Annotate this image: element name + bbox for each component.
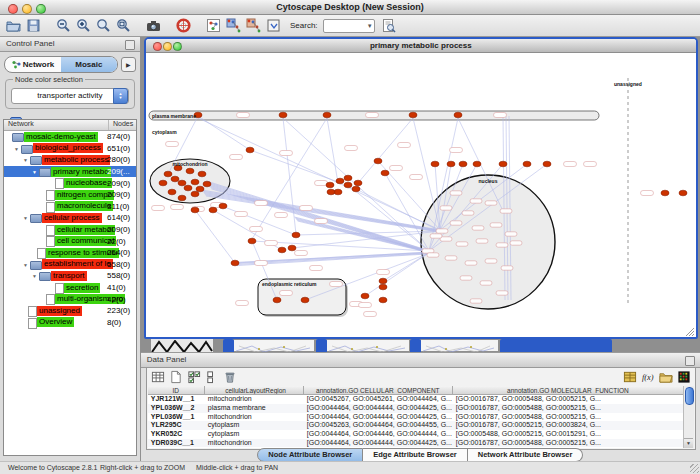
graph-node-label[interactable] bbox=[151, 206, 164, 211]
graph-node-label[interactable] bbox=[358, 303, 371, 308]
graph-node-label[interactable] bbox=[485, 259, 497, 263]
tree-row[interactable]: mosaic-demo-yeast874(0) bbox=[4, 131, 136, 143]
table-row[interactable]: YLR295Ccytoplasm[GO:0045263, GO:0044464,… bbox=[148, 421, 684, 430]
graph-node-label[interactable] bbox=[235, 301, 248, 306]
graph-node-red[interactable] bbox=[278, 247, 286, 253]
graph-node-red[interactable] bbox=[499, 161, 507, 167]
function-fx-icon[interactable]: f(x) bbox=[640, 370, 655, 384]
graph-node-label[interactable] bbox=[170, 205, 183, 210]
network-overview-icon[interactable] bbox=[204, 17, 222, 34]
table-column-header[interactable]: _cellularLayoutRegion bbox=[205, 386, 304, 395]
window-grow-icon[interactable] bbox=[686, 328, 694, 336]
graph-node-red[interactable] bbox=[168, 189, 176, 195]
table-row[interactable]: YJR121W__1mitochondrion[GO:0045267, GO:0… bbox=[148, 395, 684, 404]
tree-row[interactable]: ▼establishment of lo558(0) bbox=[4, 259, 136, 271]
graph-node-red[interactable] bbox=[374, 158, 382, 164]
tab-edge-attribute-browser[interactable]: Edge Attribute Browser bbox=[363, 448, 467, 462]
graph-node-red[interactable] bbox=[454, 112, 462, 118]
graph-node-red[interactable] bbox=[209, 207, 217, 213]
graph-node-label[interactable] bbox=[470, 299, 482, 303]
graph-node-label[interactable] bbox=[640, 191, 653, 196]
graph-node-label[interactable] bbox=[309, 266, 322, 271]
graph-node-red[interactable] bbox=[288, 245, 296, 251]
graph-node-red[interactable] bbox=[279, 112, 287, 118]
tree-row[interactable]: ▼transport558(0) bbox=[4, 270, 136, 282]
tree-row[interactable]: multi-organism pro42(0) bbox=[4, 293, 136, 305]
graph-node-label[interactable] bbox=[496, 243, 508, 247]
zoom-selected-icon[interactable] bbox=[94, 17, 112, 34]
graph-node-red[interactable] bbox=[191, 191, 199, 197]
tree-row[interactable]: ▼cellular process614(0) bbox=[4, 212, 136, 224]
graph-node-label[interactable] bbox=[329, 282, 342, 287]
graph-node-red[interactable] bbox=[191, 207, 199, 213]
graph-node-red[interactable] bbox=[336, 178, 344, 184]
graph-node-red[interactable] bbox=[231, 260, 239, 266]
graph-node-red[interactable] bbox=[246, 147, 254, 153]
tree-row[interactable]: Overview8(0) bbox=[4, 317, 136, 329]
graph-node-label[interactable] bbox=[460, 276, 472, 280]
network-maximize-button[interactable] bbox=[173, 42, 182, 51]
graph-node-label[interactable] bbox=[264, 241, 277, 246]
graph-node-red[interactable] bbox=[273, 297, 281, 303]
dropdown-stepper-icon[interactable]: ▲▼ bbox=[113, 88, 128, 104]
graph-node-label[interactable] bbox=[583, 162, 596, 167]
annotation-icon[interactable] bbox=[264, 17, 282, 34]
graph-node-red[interactable] bbox=[543, 161, 551, 167]
tree-row[interactable]: cell communicat22(0) bbox=[4, 235, 136, 247]
graph-node-label[interactable] bbox=[490, 223, 502, 227]
expand-arrow-icon[interactable]: ▼ bbox=[23, 215, 28, 221]
table-column-header[interactable]: annotation.GO MOLECULAR_FUNCTION bbox=[453, 386, 684, 395]
new-attribute-icon[interactable] bbox=[169, 370, 184, 384]
table-row[interactable]: YKR052Ccytoplasm[GO:0044464, GO:0044446,… bbox=[148, 430, 684, 439]
expand-arrow-icon[interactable]: ▼ bbox=[14, 146, 19, 152]
graph-node-red[interactable] bbox=[326, 182, 334, 188]
graph-node-red[interactable] bbox=[473, 161, 481, 167]
network-view-window[interactable]: primary metabolic process plasma membran… bbox=[144, 37, 698, 339]
graph-node-label[interactable] bbox=[450, 191, 462, 195]
graph-node-label[interactable] bbox=[279, 291, 292, 296]
tab-node-attribute-browser[interactable]: Node Attribute Browser bbox=[257, 448, 363, 462]
graph-node-label[interactable] bbox=[485, 201, 497, 205]
background-window-fragment[interactable] bbox=[500, 339, 612, 352]
save-icon[interactable] bbox=[24, 17, 42, 34]
graph-node-label[interactable] bbox=[480, 281, 492, 285]
tree-row[interactable]: nucleobase-209(0) bbox=[4, 177, 136, 189]
scroll-down-icon[interactable]: ▼ bbox=[684, 438, 693, 448]
graph-node-red[interactable] bbox=[219, 203, 227, 209]
graph-node-red[interactable] bbox=[352, 186, 360, 192]
graph-node-red[interactable] bbox=[344, 182, 352, 188]
graph-node-label[interactable] bbox=[314, 219, 327, 224]
node-color-dropdown[interactable]: transporter activity ▲▼ bbox=[11, 88, 129, 104]
open-icon[interactable] bbox=[4, 17, 22, 34]
resize-grip[interactable] bbox=[690, 464, 699, 473]
graph-node-label[interactable] bbox=[389, 166, 402, 171]
graph-node-red[interactable] bbox=[292, 232, 300, 238]
expand-arrow-icon[interactable]: ▼ bbox=[23, 157, 28, 163]
graph-node-label[interactable] bbox=[314, 181, 327, 186]
graph-node-label[interactable] bbox=[165, 142, 178, 147]
background-window-fragment[interactable] bbox=[223, 339, 234, 352]
graph-node-label[interactable] bbox=[440, 206, 452, 210]
graph-node-label[interactable] bbox=[299, 206, 312, 211]
attr-table-icon[interactable] bbox=[151, 370, 166, 384]
graph-node-label[interactable] bbox=[234, 212, 247, 217]
graph-node-red[interactable] bbox=[178, 180, 186, 186]
graph-node-label[interactable] bbox=[254, 261, 267, 266]
snapshot-icon[interactable] bbox=[144, 17, 162, 34]
tree-column-nodes[interactable]: Nodes bbox=[109, 120, 136, 130]
graph-node-red[interactable] bbox=[184, 185, 192, 191]
graph-node-label[interactable] bbox=[249, 227, 262, 232]
graph-node-label[interactable] bbox=[505, 232, 517, 236]
vizmapper-1-icon[interactable] bbox=[224, 17, 242, 34]
tree-row[interactable]: macromolecule311(0) bbox=[4, 201, 136, 213]
graph-node-label[interactable] bbox=[376, 270, 389, 275]
graph-node-label[interactable] bbox=[294, 251, 307, 256]
delete-attribute-icon[interactable] bbox=[223, 370, 238, 384]
graph-node-red[interactable] bbox=[248, 238, 256, 244]
background-window-fragment[interactable] bbox=[234, 340, 314, 351]
graph-node-label[interactable] bbox=[465, 261, 477, 265]
enhanced-search-icon[interactable] bbox=[380, 17, 398, 34]
table-row[interactable]: YDR039C__1mitochondrion[GO:0044464, GO:0… bbox=[148, 439, 684, 448]
graph-node-label[interactable] bbox=[279, 151, 292, 156]
graph-node-label[interactable] bbox=[563, 162, 576, 167]
